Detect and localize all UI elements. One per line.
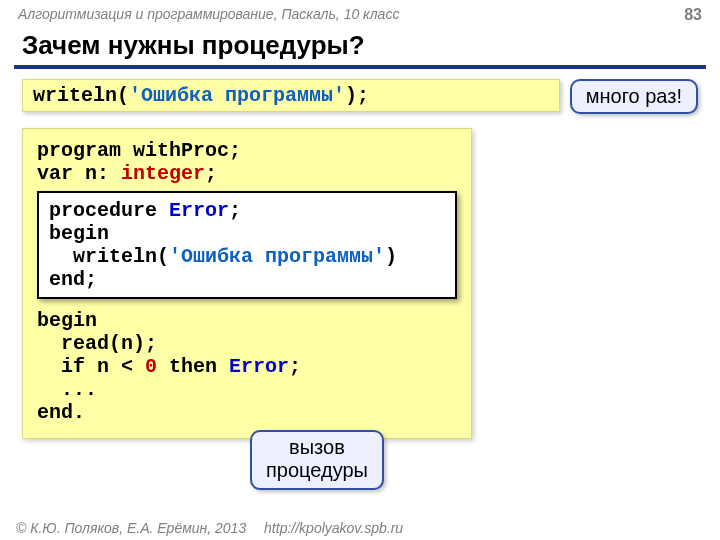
footer: © К.Ю. Поляков, Е.А. Ерёмин, 2013 http:/… xyxy=(16,520,403,536)
callout-procedure-call: вызов процедуры xyxy=(250,430,384,490)
code-snippet: writeln('Ошибка программы'); xyxy=(22,79,560,112)
footer-url: http://kpolyakov.spb.ru xyxy=(264,520,403,536)
callout-many-times: много раз! xyxy=(570,79,698,114)
course-label: Алгоритмизация и программирование, Паска… xyxy=(18,6,399,24)
copyright: © К.Ю. Поляков, Е.А. Ерёмин, 2013 xyxy=(16,520,246,536)
procedure-box: procedure Error; begin writeln('Ошибка п… xyxy=(37,191,457,299)
page-number: 83 xyxy=(684,6,702,24)
writeln-kw: writeln xyxy=(33,84,117,107)
program-block: program withProc; var n: integer; proced… xyxy=(22,128,472,439)
string-literal: 'Ошибка программы' xyxy=(129,84,345,107)
page-title: Зачем нужны процедуры? xyxy=(0,26,720,63)
title-rule xyxy=(14,65,706,69)
